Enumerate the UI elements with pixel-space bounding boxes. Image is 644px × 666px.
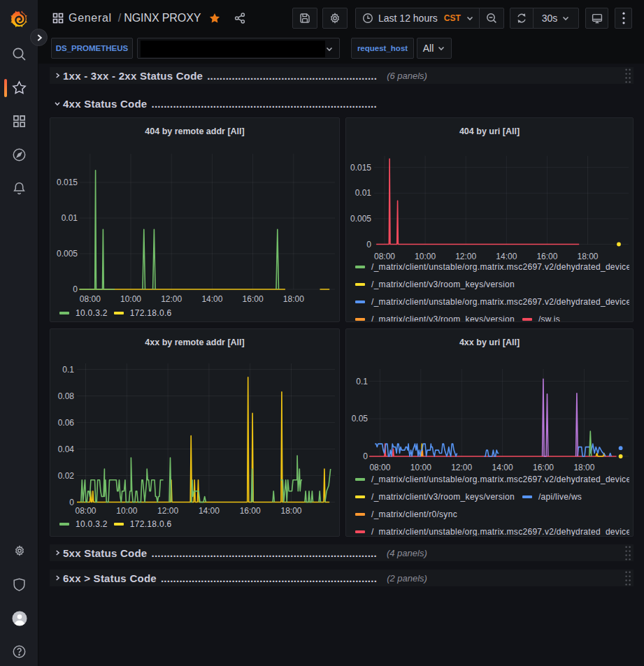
svg-text:0.1: 0.1 (356, 377, 368, 386)
svg-text:0: 0 (69, 498, 74, 507)
svg-text:0.015: 0.015 (350, 163, 371, 173)
svg-text:18:00: 18:00 (280, 506, 301, 516)
svg-text:08:00: 08:00 (80, 294, 101, 304)
svg-text:16:00: 16:00 (240, 506, 261, 516)
svg-text:0: 0 (366, 240, 371, 249)
svg-text:14:00: 14:00 (201, 294, 222, 304)
svg-text:16:00: 16:00 (243, 294, 264, 304)
svg-text:10:00: 10:00 (116, 506, 137, 516)
svg-text:08:00: 08:00 (75, 506, 96, 516)
svg-text:0.06: 0.06 (58, 418, 75, 428)
svg-text:0.005: 0.005 (57, 249, 78, 259)
svg-text:0.005: 0.005 (350, 214, 371, 224)
svg-text:0.04: 0.04 (58, 444, 75, 454)
svg-text:12:00: 12:00 (157, 506, 178, 516)
svg-text:10:00: 10:00 (120, 294, 141, 304)
svg-text:0.08: 0.08 (58, 391, 75, 401)
svg-text:0.015: 0.015 (57, 178, 78, 187)
svg-text:12:00: 12:00 (161, 294, 182, 304)
svg-text:0: 0 (363, 451, 368, 461)
svg-text:14:00: 14:00 (199, 506, 220, 516)
svg-text:0.01: 0.01 (355, 188, 372, 198)
svg-text:0.02: 0.02 (58, 471, 75, 481)
svg-text:0.05: 0.05 (352, 414, 368, 424)
svg-text:0.01: 0.01 (62, 213, 78, 223)
svg-text:0: 0 (73, 284, 78, 294)
svg-text:0.1: 0.1 (62, 365, 74, 375)
svg-text:18:00: 18:00 (283, 294, 304, 304)
